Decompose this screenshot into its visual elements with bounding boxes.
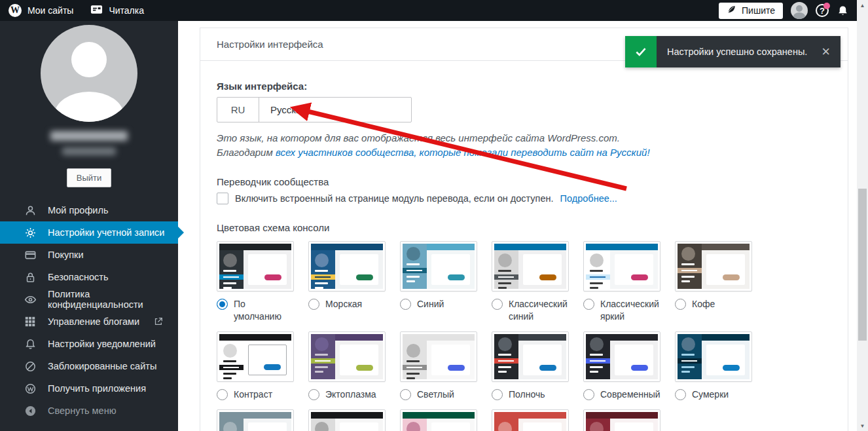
scheme-radio[interactable]: Синий — [400, 298, 477, 310]
blurred-subtitle — [62, 147, 116, 155]
radio-icon[interactable] — [217, 299, 228, 310]
color-scheme-option: Классический синий — [492, 241, 569, 323]
scheme-thumbnail[interactable] — [308, 409, 386, 431]
scheme-thumbnail[interactable] — [400, 331, 477, 382]
main-content: Настройки интерфейса Язык интерфейса: RU… — [178, 21, 857, 431]
masthead: W Мои сайты Читалка Пишите ? — [0, 0, 857, 21]
scheme-radio[interactable]: Современный — [583, 388, 660, 401]
scheme-radio[interactable]: Классический яркий — [583, 298, 660, 323]
scheme-thumbnail[interactable] — [217, 409, 294, 431]
radio-icon[interactable] — [583, 299, 594, 310]
scheme-thumbnail[interactable] — [217, 331, 294, 382]
scroll-down-icon[interactable]: ▼ — [857, 421, 868, 431]
reader-menu[interactable]: Читалка — [82, 0, 153, 21]
credit-card-icon — [24, 248, 37, 261]
radio-icon[interactable] — [400, 389, 411, 400]
toast-message: Настройки успешно сохранены. — [667, 47, 807, 57]
learn-more-link[interactable]: Подробнее... — [560, 193, 617, 204]
radio-icon[interactable] — [492, 389, 503, 400]
sidebar-item[interactable]: Получить приложения — [0, 377, 178, 400]
scheme-radio[interactable]: Сумерки — [675, 388, 752, 401]
sidebar-item-label: Заблокированные сайты — [48, 361, 156, 371]
radio-icon[interactable] — [308, 299, 319, 310]
scheme-thumbnail[interactable] — [400, 241, 477, 291]
scrollbar-thumb[interactable] — [858, 189, 867, 341]
radio-icon[interactable] — [583, 389, 594, 400]
signout-button[interactable]: Выйти — [67, 168, 112, 187]
translator-checkbox[interactable] — [217, 193, 228, 204]
scheme-thumbnail[interactable] — [675, 241, 752, 291]
help-icon[interactable]: ? — [816, 4, 829, 17]
bell-icon[interactable] — [837, 5, 849, 17]
color-scheme-option: Морская — [308, 241, 386, 323]
scheme-label: Полночь — [509, 388, 545, 401]
write-button[interactable]: Пишите — [719, 3, 783, 19]
scheme-thumbnail[interactable] — [583, 331, 660, 382]
scheme-thumbnail[interactable] — [400, 409, 477, 431]
scheme-thumbnail[interactable] — [492, 409, 569, 431]
scheme-thumbnail[interactable] — [308, 331, 386, 382]
scheme-thumbnail[interactable] — [308, 241, 386, 291]
eye-icon — [24, 293, 37, 306]
language-description: Это язык, на котором для вас отображаетс… — [217, 131, 831, 160]
color-scheme-option: Сумерки — [675, 331, 752, 401]
my-sites-label: Мои сайты — [27, 5, 73, 16]
sidebar-item[interactable]: Заблокированные сайты — [0, 355, 178, 377]
reader-icon — [90, 3, 103, 18]
color-scheme-option — [308, 409, 386, 431]
scheme-radio[interactable]: По умолчанию — [217, 298, 294, 323]
scheme-label: Классический синий — [509, 298, 569, 323]
scheme-label: Контраст — [234, 388, 272, 401]
scheme-thumbnail[interactable] — [675, 331, 752, 382]
radio-icon[interactable] — [308, 389, 319, 400]
radio-icon[interactable] — [400, 299, 411, 310]
scheme-radio[interactable]: Полночь — [492, 388, 569, 401]
scheme-thumbnail[interactable] — [492, 331, 569, 382]
radio-icon[interactable] — [675, 299, 686, 310]
pen-icon — [727, 5, 736, 16]
language-select[interactable]: RU Русский — [217, 97, 412, 122]
scheme-thumbnail[interactable] — [217, 241, 294, 291]
profile-avatar[interactable] — [41, 25, 137, 122]
scheme-thumbnail[interactable] — [583, 241, 660, 291]
sidebar-item[interactable]: Политика конфиденциальности — [0, 288, 178, 310]
lock-icon — [24, 271, 37, 284]
community-thanks-link[interactable]: всех участников сообщества, которые помо… — [276, 147, 650, 158]
color-scheme-option: Классический яркий — [583, 241, 660, 323]
sidebar-menu: Мой профильНастройки учетной записиПокуп… — [0, 199, 178, 422]
sidebar-item[interactable]: Покупки — [0, 244, 178, 266]
page-scrollbar[interactable]: ▲ ▼ — [857, 0, 868, 431]
write-label: Пишите — [742, 5, 775, 16]
my-sites-menu[interactable]: W Мои сайты — [0, 0, 82, 21]
scheme-thumbnail[interactable] — [583, 409, 660, 431]
external-link-icon — [153, 316, 164, 327]
sidebar-item[interactable]: Настройки учетной записи — [0, 221, 178, 244]
scheme-label: Кофе — [692, 298, 715, 310]
scheme-radio[interactable]: Классический синий — [492, 298, 569, 323]
scroll-up-icon[interactable]: ▲ — [857, 0, 868, 10]
user-icon — [24, 204, 37, 217]
scheme-thumbnail[interactable] — [492, 241, 569, 291]
scheme-radio[interactable]: Эктоплазма — [308, 388, 386, 401]
sidebar-item-label: Политика конфиденциальности — [48, 289, 178, 310]
sidebar-item[interactable]: Безопасность — [0, 266, 178, 288]
sidebar-item[interactable]: Мой профиль — [0, 199, 178, 221]
toast-close-icon[interactable]: × — [822, 45, 830, 59]
scheme-radio[interactable]: Кофе — [675, 298, 752, 310]
bell-icon — [24, 337, 37, 350]
wordpress-logo-icon: W — [9, 4, 22, 17]
radio-icon[interactable] — [675, 389, 686, 400]
scheme-label: Эктоплазма — [325, 388, 376, 401]
sidebar-item[interactable]: Управление блогами — [0, 310, 178, 333]
radio-icon[interactable] — [217, 389, 228, 400]
blocked-icon — [24, 360, 37, 373]
color-scheme-option: Светлый — [400, 331, 477, 401]
sidebar-item[interactable]: Свернуть меню — [0, 400, 178, 422]
user-avatar[interactable] — [791, 2, 808, 19]
scheme-radio[interactable]: Контраст — [217, 388, 294, 401]
sidebar-item[interactable]: Настройки уведомлений — [0, 333, 178, 355]
radio-icon[interactable] — [492, 299, 503, 310]
scheme-radio[interactable]: Морская — [308, 298, 386, 310]
scheme-radio[interactable]: Светлый — [400, 388, 477, 401]
scheme-label: Классический яркий — [600, 298, 660, 323]
